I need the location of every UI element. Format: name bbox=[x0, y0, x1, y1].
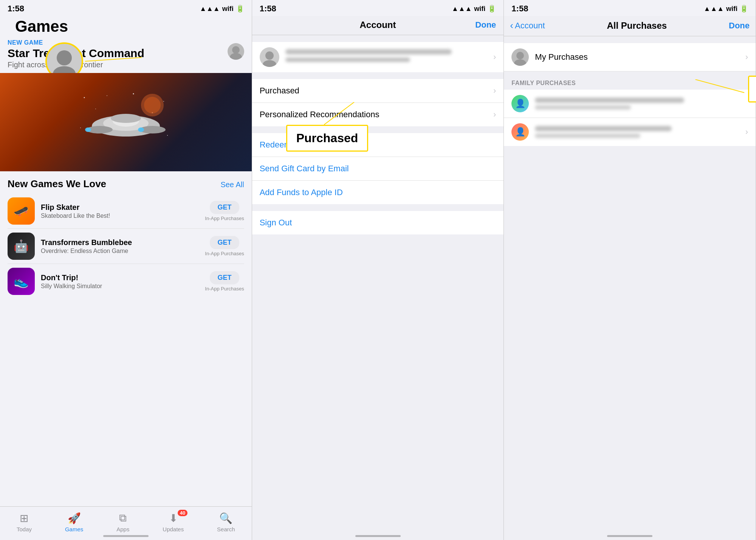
svg-line-26 bbox=[324, 102, 354, 125]
tab-apps-label: Apps bbox=[116, 526, 129, 532]
iap-label-3: In-App Purchases bbox=[205, 286, 244, 292]
home-indicator-1 bbox=[103, 535, 149, 537]
tab-search[interactable]: 🔍 Search bbox=[217, 512, 235, 532]
add-funds-row[interactable]: Add Funds to Apple ID bbox=[252, 181, 504, 204]
page-title: Games bbox=[8, 16, 244, 36]
spaceship-svg bbox=[77, 90, 175, 154]
games-panel: 1:58 ▲▲▲ wifi 🔋 Games bbox=[0, 0, 252, 540]
tab-search-label: Search bbox=[217, 526, 235, 532]
game-item-1[interactable]: 🛹 Flip Skater Skateboard Like the Best! … bbox=[8, 194, 244, 229]
back-button[interactable]: ‹ Account bbox=[510, 20, 545, 31]
game-item-3[interactable]: 👟 Don't Trip! Silly Walking Simulator GE… bbox=[8, 264, 244, 299]
battery-icon-3: 🔋 bbox=[740, 5, 748, 13]
game-action-2: GET In-App Purchases bbox=[205, 236, 244, 256]
purchased-label: Purchased bbox=[260, 86, 299, 96]
game-item-2[interactable]: 🤖 Transformers Bumblebee Overdrive: Endl… bbox=[8, 229, 244, 264]
signout-section: Sign Out bbox=[252, 211, 504, 234]
account-title: Account bbox=[360, 20, 396, 30]
purchases-title: All Purchases bbox=[607, 20, 667, 31]
updates-badge: 40 bbox=[178, 510, 187, 516]
back-label: Account bbox=[515, 21, 545, 31]
time-1: 1:58 bbox=[8, 4, 24, 14]
family-name-2 bbox=[535, 126, 745, 138]
tab-updates[interactable]: ⬇ 40 Updates bbox=[163, 512, 184, 532]
game-desc-1: Skateboard Like the Best! bbox=[41, 213, 205, 219]
purchased-chevron: › bbox=[493, 86, 496, 96]
game-name-3: Don't Trip! bbox=[41, 273, 205, 282]
new-game-label: NEW GAME bbox=[0, 36, 252, 47]
game-desc-3: Silly Walking Simulator bbox=[41, 283, 205, 290]
account-panel: 1:58 ▲▲▲ wifi 🔋 Account Done › bbox=[252, 0, 504, 540]
svg-point-20 bbox=[85, 127, 91, 132]
family-chevron-2: › bbox=[745, 127, 748, 137]
account-menu-section: Purchased › Personalized Recommendations… bbox=[252, 79, 504, 126]
account-nav: Account Done bbox=[252, 16, 504, 35]
svg-point-7 bbox=[107, 95, 107, 96]
my-purchases-section: My Purchases › bbox=[504, 43, 756, 71]
tab-games-label: Games bbox=[65, 526, 83, 532]
my-purchases-chevron: › bbox=[745, 52, 748, 62]
iap-label-2: In-App Purchases bbox=[205, 251, 244, 256]
wifi-icon: wifi bbox=[222, 5, 234, 13]
purchased-row[interactable]: Purchased › bbox=[252, 79, 504, 103]
svg-point-13 bbox=[167, 135, 168, 136]
status-icons-1: ▲▲▲ wifi 🔋 bbox=[200, 5, 244, 13]
battery-icon: 🔋 bbox=[236, 5, 244, 13]
svg-point-2 bbox=[57, 50, 72, 65]
account-avatar bbox=[260, 47, 279, 67]
see-all-link[interactable]: See All bbox=[220, 180, 244, 189]
tab-apps[interactable]: ⧉ Apps bbox=[116, 512, 129, 532]
svg-point-21 bbox=[138, 127, 144, 132]
game-name-2: Transformers Bumblebee bbox=[41, 238, 205, 247]
account-name-area bbox=[285, 49, 493, 65]
featured-image[interactable] bbox=[0, 73, 252, 171]
personalized-row[interactable]: Personalized Recommendations › bbox=[252, 103, 504, 126]
svg-point-0 bbox=[232, 46, 240, 54]
family-row-2[interactable]: 👤 › bbox=[504, 118, 756, 146]
signout-label: Sign Out bbox=[260, 218, 292, 227]
get-button-2[interactable]: GET bbox=[210, 236, 239, 249]
send-gift-label: Send Gift Card by Email bbox=[260, 164, 349, 173]
signal-icon: ▲▲▲ bbox=[200, 5, 220, 13]
signout-row[interactable]: Sign Out bbox=[252, 211, 504, 234]
account-done[interactable]: Done bbox=[475, 20, 496, 30]
time-3: 1:58 bbox=[511, 4, 528, 14]
svg-point-23 bbox=[144, 97, 161, 113]
family-name-1 bbox=[535, 98, 748, 110]
send-gift-row[interactable]: Send Gift Card by Email bbox=[252, 157, 504, 181]
status-bar-3: 1:58 ▲▲▲ wifi 🔋 bbox=[504, 0, 756, 16]
account-profile-row[interactable]: › bbox=[252, 42, 504, 72]
svg-point-28 bbox=[514, 59, 526, 66]
chevron-left-icon: ‹ bbox=[510, 20, 513, 31]
svg-line-4 bbox=[85, 57, 142, 61]
svg-point-25 bbox=[263, 60, 276, 67]
status-bar-2: 1:58 ▲▲▲ wifi 🔋 bbox=[252, 0, 504, 16]
tab-updates-label: Updates bbox=[163, 526, 184, 532]
get-button-3[interactable]: GET bbox=[210, 271, 239, 284]
purchases-done[interactable]: Done bbox=[729, 21, 750, 31]
game-action-1: GET In-App Purchases bbox=[205, 201, 244, 221]
svg-point-6 bbox=[84, 97, 85, 98]
get-button-1[interactable]: GET bbox=[210, 201, 239, 214]
battery-icon-2: 🔋 bbox=[488, 5, 496, 13]
games-content: Games NEW GAME Star Trek Fleet Co bbox=[0, 16, 252, 540]
small-avatar[interactable] bbox=[228, 43, 244, 60]
svg-point-12 bbox=[80, 127, 81, 128]
game-desc-2: Overdrive: Endless Action Game bbox=[41, 248, 205, 254]
game-action-3: GET In-App Purchases bbox=[205, 271, 244, 292]
tab-today-label: Today bbox=[17, 526, 32, 532]
tab-games[interactable]: 🚀 Games bbox=[65, 512, 83, 532]
game-info-3: Don't Trip! Silly Walking Simulator bbox=[41, 273, 205, 290]
game-icon-transformers: 🤖 bbox=[8, 233, 35, 260]
my-purchases-row[interactable]: My Purchases › bbox=[504, 43, 756, 71]
status-icons-3: ▲▲▲ wifi 🔋 bbox=[704, 5, 748, 13]
family-avatar-2: 👤 bbox=[511, 123, 529, 141]
updates-icon: ⬇ bbox=[169, 512, 178, 524]
tab-today[interactable]: ⊞ Today bbox=[17, 512, 32, 532]
game-info-1: Flip Skater Skateboard Like the Best! bbox=[41, 203, 205, 219]
today-icon: ⊞ bbox=[20, 512, 28, 524]
wifi-icon-3: wifi bbox=[726, 5, 737, 13]
game-info-2: Transformers Bumblebee Overdrive: Endles… bbox=[41, 238, 205, 254]
signal-icon-2: ▲▲▲ bbox=[452, 5, 472, 13]
avatar-arrow-line bbox=[81, 54, 149, 65]
